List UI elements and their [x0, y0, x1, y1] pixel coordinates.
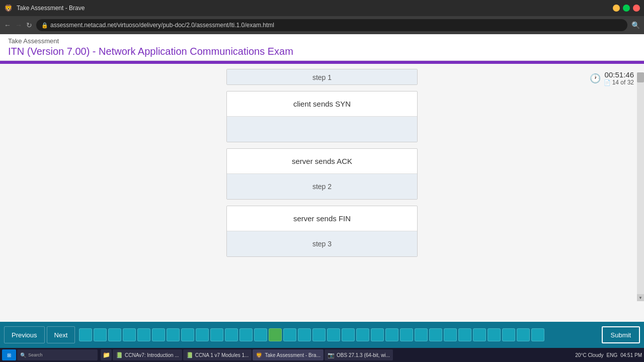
page-icon: 📄	[604, 79, 611, 86]
forward-button[interactable]: →	[15, 21, 22, 29]
browser-titlebar: 🦁 Take Assessment - Brave	[0, 0, 644, 16]
browser-toolbar: ← → ↻ 🔒 assessment.netacad.net/virtuoso/…	[0, 16, 644, 34]
page-header-label: Take Assessment	[8, 37, 636, 45]
main-content: step 1 client sends SYN server sends ACK…	[0, 64, 644, 327]
submit-button[interactable]: Submit	[602, 326, 640, 327]
browser-window-controls	[613, 5, 640, 12]
bottom-navigation: Previous Next Submit	[0, 322, 644, 327]
back-button[interactable]: ←	[4, 21, 11, 29]
page-header: Take Assessment ITN (Version 7.00) - Net…	[0, 34, 644, 61]
scrollbar-down-arrow[interactable]: ▼	[637, 294, 644, 301]
browser-title: Take Assessment - Brave	[17, 5, 609, 12]
url-text: assessment.netacad.net/virtuoso/delivery…	[50, 22, 274, 29]
card-client-syn-bottom	[227, 117, 417, 142]
card-server-fin[interactable]: server sends FIN step 3	[226, 206, 418, 257]
timer-value: 00:51:46	[605, 70, 634, 79]
card-step1-label: step 1	[227, 69, 417, 85]
card-step1-partial[interactable]: step 1	[226, 69, 418, 85]
scrollbar-thumb[interactable]	[637, 72, 644, 82]
drag-drop-container: step 1 client sends SYN server sends ACK…	[226, 69, 418, 263]
maximize-button[interactable]	[623, 5, 630, 12]
close-button[interactable]	[633, 5, 640, 12]
refresh-button[interactable]: ↻	[26, 21, 32, 29]
card-server-ack-top: server sends ACK	[227, 149, 417, 174]
card-server-fin-step: step 3	[227, 231, 417, 256]
exam-title: ITN (Version 7.00) - Network Application…	[8, 46, 636, 57]
browser-favicon: 🦁	[4, 4, 13, 12]
address-bar[interactable]: 🔒 assessment.netacad.net/virtuoso/delive…	[36, 19, 627, 31]
timer-info: 00:51:46 📄 14 of 32	[604, 70, 634, 86]
minimize-button[interactable]	[613, 5, 620, 12]
scrollbar-track[interactable]: ▼	[637, 72, 644, 301]
next-button[interactable]: Next	[47, 326, 75, 327]
card-client-syn[interactable]: client sends SYN	[226, 91, 418, 142]
timer-area: 🕐 00:51:46 📄 14 of 32	[590, 70, 634, 86]
lock-icon: 🔒	[41, 22, 48, 29]
card-client-syn-top: client sends SYN	[227, 92, 417, 117]
card-server-ack-step: step 2	[227, 174, 417, 199]
previous-button[interactable]: Previous	[4, 326, 45, 327]
extensions-area: 🔍	[631, 21, 640, 29]
card-server-ack[interactable]: server sends ACK step 2	[226, 148, 418, 200]
card-server-fin-top: server sends FIN	[227, 206, 417, 231]
question-count: 📄 14 of 32	[604, 79, 634, 86]
timer-icon: 🕐	[590, 73, 601, 84]
